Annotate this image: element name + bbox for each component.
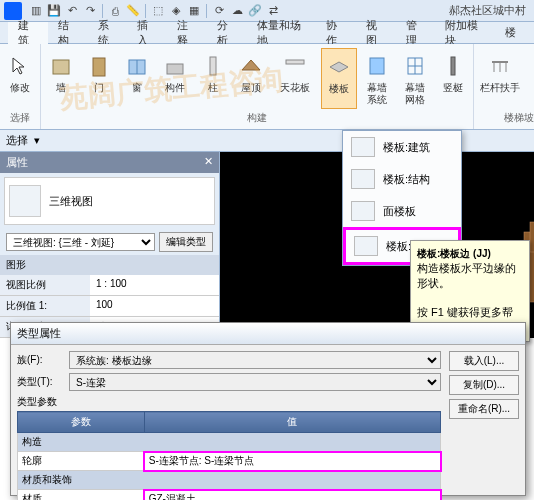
column-button[interactable]: 柱 — [195, 48, 231, 109]
type-select[interactable]: S-连梁 — [69, 373, 441, 391]
undo-icon[interactable]: ↶ — [64, 3, 80, 19]
tab-insert[interactable]: 插入 — [127, 22, 167, 44]
window-button[interactable]: 窗 — [119, 48, 155, 109]
type-selector-row: 三维视图: {三维 - 刘延} 编辑类型 — [0, 229, 219, 255]
3d-icon[interactable]: ◈ — [168, 3, 184, 19]
modify-button[interactable]: 修改 — [2, 48, 38, 109]
load-button[interactable]: 载入(L)... — [449, 351, 519, 371]
select-label: 选择 — [6, 133, 28, 148]
redo-icon[interactable]: ↷ — [82, 3, 98, 19]
railing-button[interactable]: 栏杆扶手 — [476, 48, 524, 109]
ramp-button[interactable]: 坡 — [526, 48, 534, 109]
ribbon-group-circ: 栏杆扶手 坡 楼梯坡 — [474, 44, 534, 129]
sync-icon[interactable]: ⟳ — [211, 3, 227, 19]
cat-construct: 构造 — [18, 433, 441, 452]
type-preview: 三维视图 — [4, 177, 215, 225]
floor-arch-icon — [351, 137, 375, 157]
material-value[interactable]: GZ-混凝土 — [144, 490, 440, 501]
tab-annotate[interactable]: 注释 — [167, 22, 207, 44]
separator — [102, 4, 103, 18]
ribbon-group-build: 墙 门 窗 构件 柱 屋顶 天花板 楼板 幕墙 系统 幕墙 网格 竖梃 构建 — [41, 44, 474, 129]
wall-button[interactable]: 墙 — [43, 48, 79, 109]
tab-addins[interactable]: 附加模块 — [435, 22, 495, 44]
floor-button[interactable]: 楼板 — [321, 48, 357, 109]
tab-massing[interactable]: 体量和场地 — [247, 22, 316, 44]
ribbon-tabs: 建筑 结构 系统 插入 注释 分析 体量和场地 协作 视图 管理 附加模块 楼 — [0, 22, 534, 44]
curtain-grid-icon — [401, 52, 429, 80]
ceiling-button[interactable]: 天花板 — [271, 48, 319, 109]
duplicate-button[interactable]: 复制(D)... — [449, 375, 519, 395]
family-select[interactable]: 系统族: 楼板边缘 — [69, 351, 441, 369]
ribbon-group-select: 修改 选择 — [0, 44, 41, 129]
switch-icon[interactable]: ⇄ — [265, 3, 281, 19]
param-table: 参数值 构造 轮廓S-连梁节点: S-连梁节点 材质和装饰 材质GZ-混凝土 标… — [17, 411, 441, 500]
roof-icon — [237, 52, 265, 80]
cursor-icon — [6, 52, 34, 80]
tab-systems[interactable]: 系统 — [88, 22, 128, 44]
house-icon — [9, 185, 41, 217]
tab-manage[interactable]: 管理 — [396, 22, 436, 44]
floor-edge-icon — [354, 236, 378, 256]
svg-rect-4 — [167, 64, 183, 74]
group-label-select: 选择 — [10, 109, 30, 127]
menu-floor-face[interactable]: 面楼板 — [343, 195, 461, 227]
floor-face-icon — [351, 201, 375, 221]
measure-icon[interactable]: 📏 — [125, 3, 141, 19]
tooltip-title: 楼板:楼板边 (JJ) — [417, 248, 491, 259]
link-icon[interactable]: 🔗 — [247, 3, 263, 19]
edit-type-button[interactable]: 编辑类型 — [159, 232, 213, 252]
window-icon — [123, 52, 151, 80]
rename-button[interactable]: 重命名(R)... — [449, 399, 519, 419]
view-icon[interactable]: ⬚ — [150, 3, 166, 19]
ramp-icon — [530, 52, 534, 80]
mullion-button[interactable]: 竖梃 — [435, 48, 471, 109]
svg-rect-7 — [370, 58, 384, 74]
tab-collab[interactable]: 协作 — [316, 22, 356, 44]
window-title: 郝杰社区城中村 — [449, 3, 526, 18]
type-selector[interactable]: 三维视图: {三维 - 刘延} — [6, 233, 155, 251]
properties-title: 属性 — [6, 155, 28, 170]
mullion-icon — [439, 52, 467, 80]
param-header: 类型参数 — [17, 395, 441, 409]
print-icon[interactable]: ⎙ — [107, 3, 123, 19]
tab-architecture[interactable]: 建筑 — [8, 22, 48, 44]
family-label: 族(F): — [17, 353, 65, 367]
tooltip-desc: 构造楼板水平边缘的形状。 — [417, 262, 516, 289]
close-icon[interactable]: ✕ — [204, 155, 213, 170]
curtain-system-icon — [363, 52, 391, 80]
component-icon — [161, 52, 189, 80]
menu-floor-arch[interactable]: 楼板:建筑 — [343, 131, 461, 163]
properties-panel: 属性 ✕ 三维视图 三维视图: {三维 - 刘延} 编辑类型 图形 视图比例1 … — [0, 152, 220, 338]
tab-view[interactable]: 视图 — [356, 22, 396, 44]
family-row: 族(F): 系统族: 楼板边缘 — [17, 351, 441, 369]
svg-rect-0 — [53, 60, 69, 74]
roof-button[interactable]: 屋顶 — [233, 48, 269, 109]
open-icon[interactable]: ▥ — [28, 3, 44, 19]
railing-icon — [486, 52, 514, 80]
profile-value[interactable]: S-连梁节点: S-连梁节点 — [144, 452, 440, 471]
save-icon[interactable]: 💾 — [46, 3, 62, 19]
curtain-system-button[interactable]: 幕墙 系统 — [359, 48, 395, 109]
type-properties-dialog: 类型属性 族(F): 系统族: 楼板边缘 类型(T): S-连梁 类型参数 参数… — [10, 322, 526, 496]
svg-rect-11 — [451, 57, 455, 75]
column-icon — [199, 52, 227, 80]
group-label-circ: 楼梯坡 — [504, 109, 534, 127]
prop-row-scale: 视图比例1 : 100 — [0, 275, 219, 296]
dropdown-arrow-icon[interactable]: ▾ — [34, 134, 40, 147]
row-profile: 轮廓S-连梁节点: S-连梁节点 — [18, 452, 441, 471]
curtain-grid-button[interactable]: 幕墙 网格 — [397, 48, 433, 109]
cloud-icon[interactable]: ☁ — [229, 3, 245, 19]
tab-analyze[interactable]: 分析 — [207, 22, 247, 44]
tab-stair[interactable]: 楼 — [495, 22, 526, 44]
menu-floor-struct[interactable]: 楼板:结构 — [343, 163, 461, 195]
cat-material: 材质和装饰 — [18, 471, 441, 490]
section-icon[interactable]: ▦ — [186, 3, 202, 19]
col-value: 值 — [144, 412, 440, 433]
row-material: 材质GZ-混凝土 — [18, 490, 441, 501]
dialog-buttons: 载入(L)... 复制(D)... 重命名(R)... — [449, 351, 519, 500]
component-button[interactable]: 构件 — [157, 48, 193, 109]
tab-structure[interactable]: 结构 — [48, 22, 88, 44]
separator — [206, 4, 207, 18]
dialog-titlebar[interactable]: 类型属性 — [11, 323, 525, 345]
door-button[interactable]: 门 — [81, 48, 117, 109]
